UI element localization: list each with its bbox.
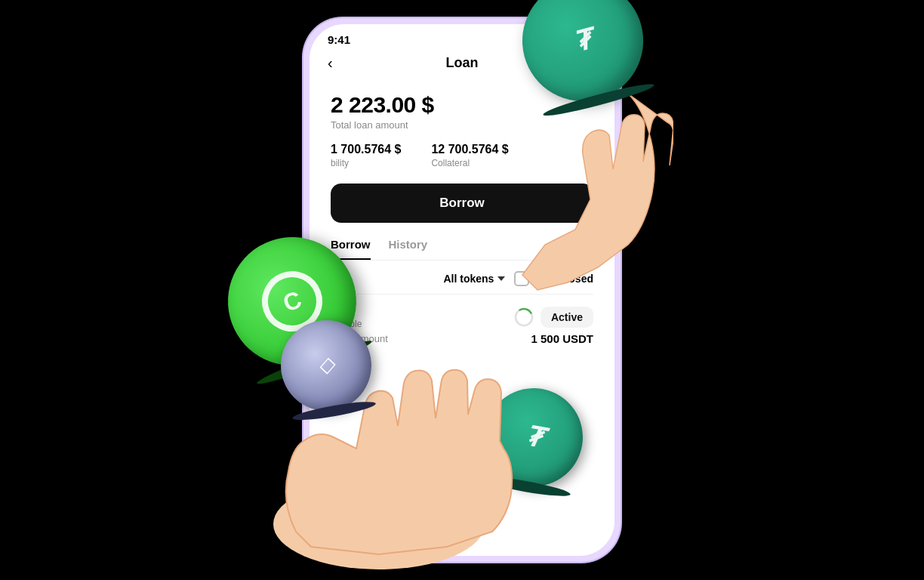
loan-amount-value: 1 500 USDT [531, 332, 593, 345]
eth-symbol: ◇ [316, 350, 336, 378]
tab-history[interactable]: History [389, 238, 428, 260]
page-title: Loan [446, 55, 479, 71]
availability-label: bility [331, 158, 401, 168]
background: 9:41 ▮▮▮ [0, 0, 924, 580]
tether-symbol-top: ₮ [570, 23, 595, 59]
right-hand [477, 79, 673, 320]
back-button[interactable]: ‹ [328, 54, 333, 72]
tether-symbol-mid: ₮ [522, 420, 545, 454]
availability-value: 1 700.5764 $ [331, 143, 401, 156]
status-time: 9:41 [328, 33, 350, 46]
availability-stat: 1 700.5764 $ bility [331, 143, 401, 168]
phone-frame: 9:41 ▮▮▮ [303, 18, 621, 562]
